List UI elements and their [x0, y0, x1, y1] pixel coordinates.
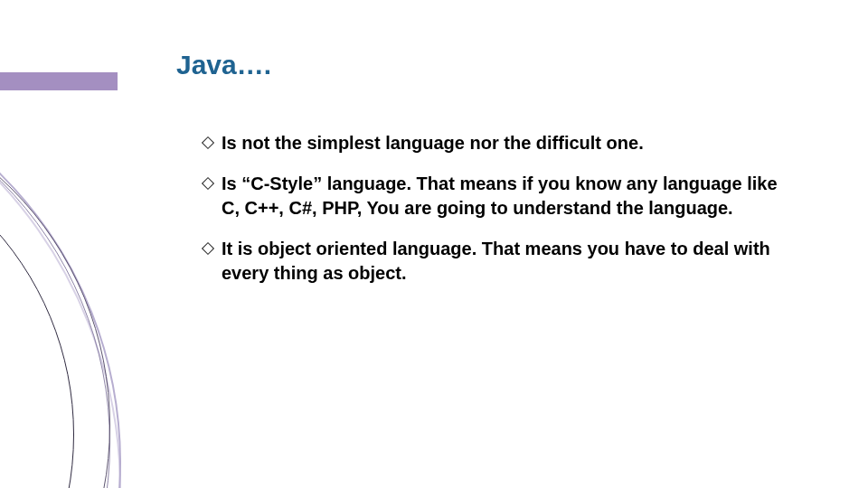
diamond-bullet-icon: [202, 136, 214, 149]
diamond-bullet-icon: [202, 177, 214, 190]
slide-title: Java….: [176, 50, 271, 80]
bullet-text: Is “C-Style” language. That means if you…: [222, 174, 778, 218]
accent-bar: [0, 72, 118, 90]
list-item: It is object oriented language. That mea…: [203, 237, 782, 286]
list-item: Is not the simplest language nor the dif…: [203, 131, 782, 155]
diamond-bullet-icon: [202, 242, 214, 255]
bullet-text: It is object oriented language. That mea…: [222, 239, 770, 283]
slide-body: Is not the simplest language nor the dif…: [203, 131, 782, 302]
bullet-text: Is not the simplest language nor the dif…: [222, 133, 644, 153]
list-item: Is “C-Style” language. That means if you…: [203, 172, 782, 221]
